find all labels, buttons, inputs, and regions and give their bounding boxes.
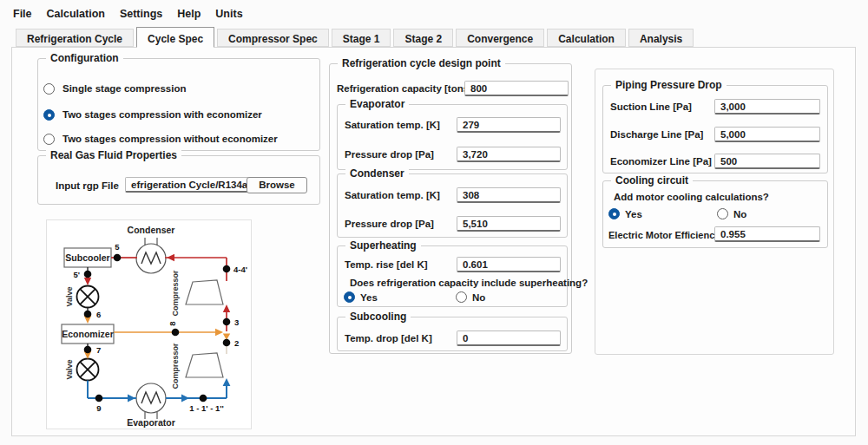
menu-calculation[interactable]: Calculation xyxy=(47,8,105,20)
superheating-yes-radio[interactable] xyxy=(344,291,355,303)
cooling-yes-label: Yes xyxy=(625,208,642,220)
right-panel-container: Piping Pressure Drop Suction Line [Pa] D… xyxy=(595,69,834,355)
point-44-label: 4-4' xyxy=(233,265,247,274)
motor-efficiency-input[interactable] xyxy=(714,226,820,242)
tab-analysis[interactable]: Analysis xyxy=(628,29,694,47)
app-window: File Calculation Settings Help Units Ref… xyxy=(0,0,868,445)
temp-rise-input[interactable] xyxy=(457,257,561,272)
piping-group: Piping Pressure Drop Suction Line [Pa] D… xyxy=(602,85,828,173)
configuration-group: Configuration Single stage compression T… xyxy=(37,58,320,151)
configuration-title: Configuration xyxy=(46,52,123,65)
evap-pressure-drop-label: Pressure drop [Pa] xyxy=(345,148,434,160)
superheating-group: Superheating Temp. rise [del K] Does ref… xyxy=(337,245,568,307)
condenser-group: Condenser Saturation temp. [K] Pressure … xyxy=(337,173,568,238)
tab-compressor-spec[interactable]: Compressor Spec xyxy=(217,29,329,47)
economizer-label: Economizer xyxy=(62,329,114,339)
point-7-label: 7 xyxy=(96,345,101,355)
radio-two-stage-no-economizer-label: Two stages compression without economize… xyxy=(62,133,278,145)
cooling-no-label: No xyxy=(733,208,746,220)
discharge-line-input[interactable] xyxy=(714,127,820,142)
menubar: File Calculation Settings Help Units xyxy=(13,8,243,20)
evaporator-group: Evaporator Saturation temp. [K] Pressure… xyxy=(337,104,568,170)
evap-sat-temp-input[interactable] xyxy=(457,117,561,133)
radio-single-stage[interactable] xyxy=(43,83,55,95)
tab-convergence[interactable]: Convergence xyxy=(456,29,544,47)
design-point-title: Refrigeration cycle design point xyxy=(338,57,505,70)
radio-two-stage-no-economizer[interactable] xyxy=(43,134,55,145)
rgp-file-label: Input rgp File xyxy=(56,180,119,192)
rgp-file-input[interactable] xyxy=(125,177,253,193)
real-gas-group: Real Gas Fluid Properties Input rgp File… xyxy=(37,155,320,205)
temp-drop-input[interactable] xyxy=(457,330,561,346)
evap-sat-temp-label: Saturation temp. [K] xyxy=(345,119,440,131)
point-2-label: 2 xyxy=(234,338,239,348)
evaporator-label: Evaporator xyxy=(127,417,174,428)
suction-line-label: Suction Line [Pa] xyxy=(610,101,692,113)
condenser-title: Condenser xyxy=(345,167,409,180)
motor-efficiency-label: Electric Motor Efficiency xyxy=(608,229,720,241)
point-5p-label: 5' xyxy=(73,270,80,279)
evap-pressure-drop-input[interactable] xyxy=(457,147,561,162)
point-3-label: 3 xyxy=(234,317,239,327)
tab-refrigeration-cycle[interactable]: Refrigeration Cycle xyxy=(16,29,134,47)
valve-lower-label: Valve xyxy=(65,359,74,379)
real-gas-title: Real Gas Fluid Properties xyxy=(46,149,181,162)
cond-sat-temp-label: Saturation temp. [K] xyxy=(345,189,440,201)
compressor-hp-label: Compressor xyxy=(171,270,180,317)
cooling-title: Cooling circuit xyxy=(611,174,693,187)
tab-cycle-spec[interactable]: Cycle Spec xyxy=(136,27,214,48)
browse-button[interactable]: Browse xyxy=(247,177,307,193)
menu-units[interactable]: Units xyxy=(215,8,242,20)
point-9-label: 9 xyxy=(96,403,101,413)
cooling-no-radio[interactable] xyxy=(717,208,728,219)
cycle-diagram-svg: Condenser Subcooler Economizer Evaporato… xyxy=(47,220,251,429)
temp-rise-label: Temp. rise [del K] xyxy=(345,258,428,271)
point-5-label: 5 xyxy=(115,242,120,252)
subcooling-group: Subcooling Temp. drop [del K] xyxy=(337,317,568,351)
superheating-yes-label: Yes xyxy=(360,291,378,304)
condenser-label: Condenser xyxy=(128,225,175,235)
cycle-spec-page: Configuration Single stage compression T… xyxy=(11,47,856,436)
capacity-input[interactable] xyxy=(464,81,569,96)
design-point-group: Refrigeration cycle design point Refrige… xyxy=(329,63,572,354)
evaporator-title: Evaporator xyxy=(345,98,409,111)
condenser-symbol xyxy=(136,244,166,273)
cycle-diagram: Condenser Subcooler Economizer Evaporato… xyxy=(46,219,252,429)
menu-settings[interactable]: Settings xyxy=(120,8,162,20)
valve-upper-label: Valve xyxy=(65,286,74,306)
point-8-label: 8 xyxy=(168,321,177,325)
tab-stage-1[interactable]: Stage 1 xyxy=(332,29,391,47)
compressor-lp-label: Compressor xyxy=(171,343,180,389)
point-6-label: 6 xyxy=(96,310,101,319)
subcooling-title: Subcooling xyxy=(345,311,411,324)
superheating-no-label: No xyxy=(472,291,485,304)
superheating-question: Does refrigeration capacity include supe… xyxy=(350,277,588,289)
cooling-question: Add motor cooling calculations? xyxy=(614,191,769,203)
tab-calculation[interactable]: Calculation xyxy=(547,29,626,47)
subcooler-label: Subcooler xyxy=(65,252,109,263)
radio-two-stage-economizer[interactable] xyxy=(43,109,55,121)
superheating-no-radio[interactable] xyxy=(456,291,467,303)
compressor-hp-symbol xyxy=(186,280,223,304)
cond-pressure-drop-input[interactable] xyxy=(457,216,561,232)
cooling-yes-radio[interactable] xyxy=(608,208,620,219)
menu-help[interactable]: Help xyxy=(177,8,201,20)
suction-line-input[interactable] xyxy=(714,99,820,115)
evaporator-symbol xyxy=(136,383,166,413)
discharge-line-label: Discharge Line [Pa] xyxy=(610,128,703,141)
compressor-lp-symbol xyxy=(186,353,223,377)
superheating-title: Superheating xyxy=(345,239,421,252)
temp-drop-label: Temp. drop [del K] xyxy=(345,332,432,344)
economizer-line-input[interactable] xyxy=(714,154,820,169)
tab-stage-2[interactable]: Stage 2 xyxy=(393,29,453,47)
cond-sat-temp-input[interactable] xyxy=(457,187,561,203)
cooling-group: Cooling circuit Add motor cooling calcul… xyxy=(602,180,828,248)
cond-pressure-drop-label: Pressure drop [Pa] xyxy=(345,218,434,230)
radio-single-stage-label: Single stage compression xyxy=(62,82,187,95)
radio-two-stage-economizer-label: Two stages compression with economizer xyxy=(62,108,262,121)
capacity-label: Refrigeration capacity [tons] xyxy=(337,82,472,95)
point-1-label: 1 - 1' - 1'' xyxy=(189,403,224,413)
menu-file[interactable]: File xyxy=(13,8,32,20)
tab-bar: Refrigeration Cycle Cycle Spec Compresso… xyxy=(16,27,696,47)
piping-title: Piping Pressure Drop xyxy=(611,79,727,92)
